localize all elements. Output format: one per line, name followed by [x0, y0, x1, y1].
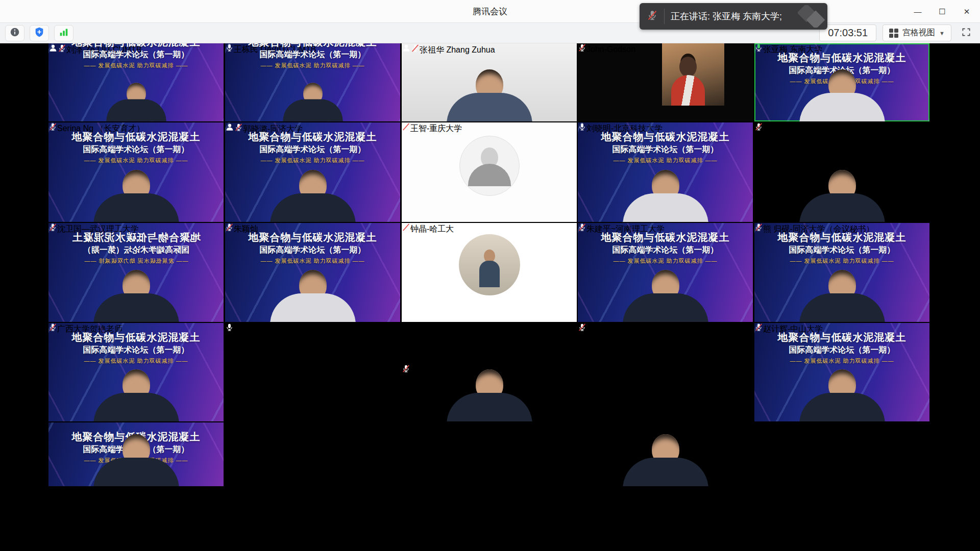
banner-line3: —— 发展低碳水泥 助力双碳减排 ——	[48, 358, 224, 365]
participant-tile[interactable]: 钟晶-哈工大	[402, 223, 577, 322]
banner-line3: —— 发展低碳水泥 助力双碳减排 ——	[48, 62, 224, 69]
fullscreen-button[interactable]	[958, 25, 975, 41]
network-quality-button[interactable]	[54, 25, 74, 41]
participant-tile[interactable]: 雅涵	[225, 323, 400, 421]
conference-banner: 地聚合物与低碳水泥混凝土国际高端学术论坛（第一期）—— 发展低碳水泥 助力双碳减…	[48, 331, 224, 365]
org-slogan-left: 宜业尚品	[402, 343, 577, 354]
meeting-info-button[interactable]	[5, 25, 24, 41]
participant-tile[interactable]: 地聚合物与低碳水泥混凝土国际高端学术论坛（第一期）—— 发展低碳水泥 助力双碳减…	[754, 43, 929, 121]
participant-tile[interactable]: John-Godson	[578, 43, 753, 121]
person-silhouette	[799, 69, 885, 121]
participant-avatar: 大学	[402, 422, 577, 433]
participant-tile[interactable]: 52	[754, 422, 929, 486]
person-silhouette	[447, 69, 532, 121]
participant-tile[interactable]: 地聚合物与低碳水泥混凝土国际高端学术论坛（第一期）—— 发展低碳水泥 助力双碳减…	[754, 223, 929, 322]
participant-tile[interactable]: 地聚合物与低碳水泥混凝土国际高端学术论坛（第一期）—— 发展低碳水泥 助力双碳减…	[48, 223, 224, 322]
person-silhouette	[623, 170, 708, 222]
participant-tile[interactable]: 崔源声	[578, 323, 753, 421]
small-video-inset	[662, 43, 724, 106]
participant-name-pill: 崔源声	[578, 324, 611, 333]
banner-line3: —— 发展低碳水泥 助力双碳减排 ——	[754, 258, 929, 265]
participant-label: 崔源声	[578, 323, 753, 335]
participant-tile[interactable]: 大学	[402, 422, 577, 486]
mic-on-icon	[225, 324, 234, 333]
conference-banner: 地聚合物与低碳水泥混凝土国际高端学术论坛（第一期）—— 发展低碳水泥 助力双碳减…	[225, 231, 400, 265]
mic-muted-icon	[402, 224, 410, 233]
banner-line1: 地聚合物与低碳水泥混凝土	[754, 231, 929, 244]
tencent-meeting-window: 腾讯会议 — ☐ ✕ 0	[0, 0, 980, 551]
participant-tile[interactable]: 中国建筑材料联合会China Building Materials Federa…	[402, 323, 577, 421]
person-silhouette	[283, 83, 343, 121]
banner-line2: 国际高端学术论坛（第一期）	[754, 345, 929, 355]
participant-tile[interactable]: 地聚合物与低碳水泥混凝土国际高端学术论坛（第一期）—— 发展低碳水泥 助力双碳减…	[578, 122, 753, 222]
mic-muted-icon	[402, 124, 410, 133]
person-silhouette	[93, 434, 179, 486]
banner-line1: 地聚合物与低碳水泥混凝土	[225, 43, 400, 48]
conference-banner: 地聚合物与低碳水泥混凝土国际高端学术论坛（第一期）—— 发展低碳水泥 助力双碳减…	[48, 43, 224, 69]
mic-muted-icon	[647, 10, 658, 23]
speaking-label: 正在讲话: 张亚梅 东南大学;	[671, 10, 782, 22]
mic-muted-icon	[411, 45, 420, 54]
close-button[interactable]: ✕	[957, 2, 977, 22]
window-controls: — ☐ ✕	[908, 0, 977, 23]
conference-banner: 地聚合物与低碳水泥混凝土国际高端学术论坛（第一期）—— 发展低碳水泥 助力双碳减…	[578, 131, 753, 164]
participant-name-pill: 张祖华 Zhang Zuhua	[411, 45, 495, 54]
participant-tile[interactable]: 地聚合物与低碳水泥混凝土国际高端学术论坛（第一期）—— 发展低碳水泥 助力双碳减…	[754, 323, 929, 421]
person-silhouette	[799, 270, 885, 322]
banner-line2: 国际高端学术论坛（第一期）	[578, 144, 753, 155]
layout-view-button[interactable]: 宫格视图 ▼	[883, 24, 951, 41]
person-silhouette	[106, 83, 166, 121]
participant-label: 钟晶-哈工大	[402, 223, 577, 235]
org-subtitle: China Building Materials Federation	[402, 334, 577, 343]
participant-tile[interactable]: 地聚合物与低碳水泥混凝土国际高端学术论坛（第一期）—— 发展低碳水泥 助力双碳减…	[48, 323, 224, 421]
conference-banner: 地聚合物与低碳水泥混凝土国际高端学术论坛（第一期）—— 发展低碳水泥 助力双碳减…	[754, 231, 929, 265]
banner-line1: 地聚合物与低碳水泥混凝土	[578, 231, 753, 244]
participant-label: 浙工大孔德玉	[754, 122, 929, 134]
maximize-button[interactable]: ☐	[932, 2, 952, 22]
layout-view-label: 宫格视图	[902, 28, 935, 38]
org-slogan-right: 造福人类	[402, 354, 577, 364]
person-silhouette	[447, 369, 532, 421]
conference-banner: 地聚合物与低碳水泥混凝土国际高端学术论坛（第一期）—— 发展低碳水泥 助力双碳减…	[48, 231, 224, 265]
blue-user-badge-icon	[402, 45, 411, 54]
participant-tile[interactable]: 王琴	[225, 422, 400, 486]
fullscreen-icon	[961, 27, 971, 39]
banner-line2: 国际高端学术论坛（第一期）	[48, 345, 224, 355]
participant-name: 钟晶-哈工大	[410, 224, 454, 233]
banner-line3: —— 发展低碳水泥 助力双碳减排 ——	[225, 258, 400, 265]
banner-line2: 国际高端学术论坛（第一期）	[48, 245, 224, 255]
participant-tile[interactable]: 地聚合物与低碳水泥混凝土国际高端学术论坛（第一期）—— 发展低碳水泥 助力双碳减…	[48, 122, 224, 222]
banner-line2: 国际高端学术论坛（第一期）	[225, 49, 400, 60]
participant-tile[interactable]: 张祖华 Zhang Zuhua	[402, 43, 577, 121]
meeting-security-button[interactable]	[30, 25, 49, 41]
participant-tile[interactable]: 地聚合物与低碳水泥混凝土国际高端学术论坛（第一期）—— 发展低碳水泥 助力双碳减…	[578, 223, 753, 322]
person-silhouette	[93, 270, 179, 322]
participant-tile[interactable]: 浙工大孔德玉	[754, 122, 929, 222]
shield-plus-icon	[34, 27, 45, 40]
person-silhouette	[623, 270, 708, 322]
participant-tile[interactable]: 地聚合物与低碳水泥混凝土国际高端学术论坛（第一期）—— 发展低碳水泥 助力双碳减…	[48, 43, 224, 121]
chevron-down-icon: ▼	[939, 30, 945, 36]
participant-tile[interactable]: 地聚合物与低碳水泥混凝土国际高端学术论坛（第一期）—— 发展低碳水泥 助力双碳减…	[48, 422, 224, 486]
participant-tile[interactable]: 王智-重庆大学	[402, 122, 577, 222]
banner-line2: 国际高端学术论坛（第一期）	[754, 245, 929, 255]
participant-tile[interactable]: 地聚合物与低碳水泥混凝土国际高端学术论坛（第一期）—— 发展低碳水泥 助力双碳减…	[225, 122, 400, 222]
participant-tile[interactable]: 地聚合物与低碳水泥混凝土国际高端学术论坛（第一期）—— 发展低碳水泥 助力双碳减…	[225, 43, 400, 121]
banner-line2: 国际高端学术论坛（第一期）	[48, 49, 224, 60]
participant-name-pill: 钟晶-哈工大	[402, 224, 454, 233]
minimize-button[interactable]: —	[908, 2, 928, 22]
participant-name: 雅涵	[234, 324, 250, 333]
banner-line3: —— 发展低碳水泥 助力双碳减排 ——	[754, 358, 929, 365]
mic-muted-icon	[578, 324, 586, 333]
participant-name-pill: 雅涵	[225, 324, 250, 333]
banner-line1: 地聚合物与低碳水泥混凝土	[48, 43, 224, 48]
participant-tile[interactable]: 地聚合物与低碳水泥混凝土国际高端学术论坛（第一期）—— 发展低碳水泥 助力双碳减…	[225, 223, 400, 322]
signal-bars-icon	[58, 27, 69, 40]
banner-line1: 地聚合物与低碳水泥混凝土	[48, 131, 224, 143]
person-silhouette	[623, 434, 708, 486]
participant-tile[interactable]	[578, 422, 753, 486]
participant-name: 张祖华 Zhang Zuhua	[420, 45, 495, 54]
meeting-info-bar: 07:03:51 宫格视图 ▼	[0, 23, 980, 43]
blurred-logo	[798, 5, 826, 28]
banner-line1: 地聚合物与低碳水泥混凝土	[754, 52, 929, 64]
